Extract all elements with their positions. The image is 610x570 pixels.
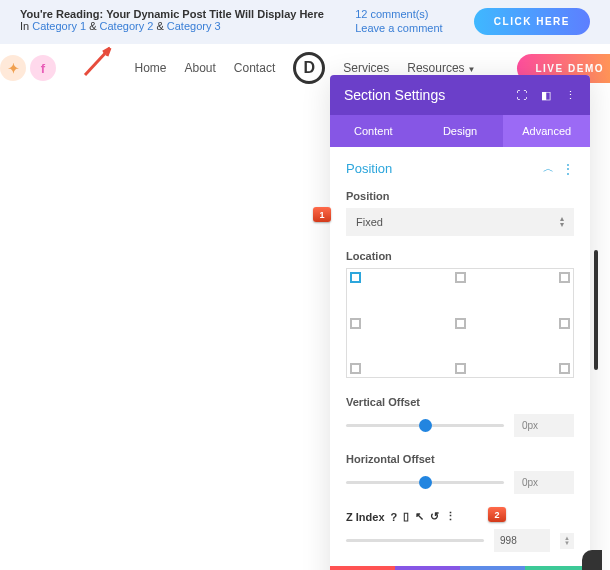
- column-icon[interactable]: ◧: [541, 89, 551, 102]
- leave-comment-link[interactable]: Leave a comment: [355, 22, 442, 34]
- zindex-slider[interactable]: [346, 539, 484, 542]
- location-middle-center[interactable]: [455, 318, 466, 329]
- slider-thumb[interactable]: [419, 476, 432, 489]
- expand-icon[interactable]: ⛶: [516, 89, 527, 102]
- section-more-icon[interactable]: ⋮: [562, 162, 574, 176]
- tab-advanced[interactable]: Advanced: [503, 115, 590, 147]
- location-middle-left[interactable]: [350, 318, 361, 329]
- location-bottom-center[interactable]: [455, 363, 466, 374]
- location-top-center[interactable]: [455, 272, 466, 283]
- confirm-button[interactable]: ✓: [525, 566, 590, 570]
- horizontal-offset-input[interactable]: [514, 471, 574, 494]
- horizontal-offset-label: Horizontal Offset: [346, 453, 574, 465]
- position-select[interactable]: Fixed ▴▾: [346, 208, 574, 236]
- scrollbar-indicator[interactable]: [594, 250, 598, 370]
- twitter-icon[interactable]: ✦: [0, 55, 26, 81]
- position-section-header[interactable]: Position ︿⋮: [346, 161, 574, 176]
- nav-about[interactable]: About: [185, 61, 216, 75]
- reading-label: You're Reading:: [20, 8, 103, 20]
- collapse-icon[interactable]: ︿: [543, 161, 554, 176]
- zindex-input[interactable]: [494, 529, 550, 552]
- facebook-icon[interactable]: f: [30, 55, 56, 81]
- comments-info: 12 comment(s) Leave a comment: [355, 8, 442, 36]
- tab-content[interactable]: Content: [330, 115, 417, 147]
- location-top-right[interactable]: [559, 272, 570, 283]
- panel-body: Position ︿⋮ Position Fixed ▴▾ Location V…: [330, 147, 590, 566]
- annotation-badge-1: 1: [313, 207, 331, 222]
- position-label: Position: [346, 190, 574, 202]
- undo-button[interactable]: ↶: [395, 566, 460, 570]
- category-2-link[interactable]: Category 2: [100, 20, 154, 32]
- redo-button[interactable]: ↷: [460, 566, 525, 570]
- location-top-left[interactable]: [350, 272, 361, 283]
- nav-contact[interactable]: Contact: [234, 61, 275, 75]
- panel-tabs: Content Design Advanced: [330, 115, 590, 147]
- tab-design[interactable]: Design: [417, 115, 504, 147]
- slider-thumb[interactable]: [419, 419, 432, 432]
- zindex-more-icon[interactable]: ⋮: [445, 510, 456, 523]
- more-icon[interactable]: ⋮: [565, 89, 576, 102]
- location-grid: [346, 268, 574, 378]
- help-icon[interactable]: ?: [391, 511, 398, 523]
- vertical-offset-input[interactable]: [514, 414, 574, 437]
- corner-handle-icon[interactable]: [582, 550, 602, 570]
- logo-icon[interactable]: D: [293, 52, 325, 84]
- post-title: Your Dynamic Post Title Will Display Her…: [106, 8, 324, 20]
- click-here-button[interactable]: CLICK HERE: [474, 8, 590, 35]
- location-bottom-right[interactable]: [559, 363, 570, 374]
- reset-icon[interactable]: ↺: [430, 510, 439, 523]
- location-middle-right[interactable]: [559, 318, 570, 329]
- panel-title: Section Settings: [344, 87, 445, 103]
- nav-services[interactable]: Services: [343, 61, 389, 75]
- comments-count-link[interactable]: 12 comment(s): [355, 8, 442, 20]
- hover-icon[interactable]: ↖: [415, 510, 424, 523]
- category-1-link[interactable]: Category 1: [32, 20, 86, 32]
- nav-home[interactable]: Home: [134, 61, 166, 75]
- top-notification-bar: You're Reading: Your Dynamic Post Title …: [0, 0, 610, 44]
- zindex-row: Z Index ? ▯ ↖ ↺ ⋮: [346, 510, 574, 523]
- vertical-offset-slider[interactable]: [346, 424, 504, 427]
- location-bottom-left[interactable]: [350, 363, 361, 374]
- zindex-stepper[interactable]: ▲▼: [560, 533, 574, 549]
- annotation-badge-2: 2: [488, 507, 506, 522]
- panel-footer: ✕ ↶ ↷ ✓: [330, 566, 590, 570]
- vertical-offset-label: Vertical Offset: [346, 396, 574, 408]
- select-arrows-icon: ▴▾: [560, 216, 564, 228]
- chevron-down-icon: ▼: [468, 65, 476, 74]
- close-button[interactable]: ✕: [330, 566, 395, 570]
- nav-resources[interactable]: Resources▼: [407, 61, 475, 75]
- section-settings-panel: Section Settings ⛶ ◧ ⋮ Content Design Ad…: [330, 75, 590, 570]
- panel-header: Section Settings ⛶ ◧ ⋮: [330, 75, 590, 115]
- location-label: Location: [346, 250, 574, 262]
- tablet-icon[interactable]: ▯: [403, 510, 409, 523]
- category-3-link[interactable]: Category 3: [167, 20, 221, 32]
- horizontal-offset-slider[interactable]: [346, 481, 504, 484]
- reading-info: You're Reading: Your Dynamic Post Title …: [20, 8, 324, 32]
